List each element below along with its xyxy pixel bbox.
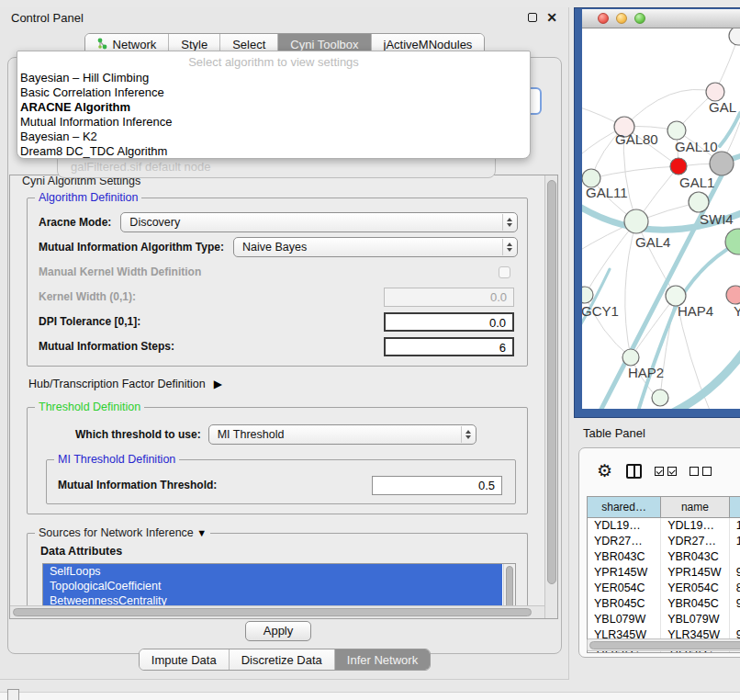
node-y-right[interactable] (726, 286, 740, 304)
float-window-icon[interactable] (528, 13, 537, 22)
aracne-mode-select[interactable]: Discovery (120, 212, 518, 232)
tab-impute-data[interactable]: Impute Data (140, 649, 230, 670)
aracne-mode-label: Aracne Mode: (39, 216, 111, 229)
mi-steps-field[interactable]: 6 (384, 337, 514, 356)
table-cell: YPR145W (661, 565, 729, 581)
settings-vertical-scrollbar-thumb[interactable] (547, 180, 556, 584)
algorithm-option[interactable]: Bayesian – Hill Climbing (17, 71, 530, 85)
footer-strip (0, 692, 740, 700)
mi-algorithm-type-select[interactable]: Naive Bayes (233, 237, 518, 257)
minimize-traffic-light-icon[interactable] (616, 13, 627, 24)
close-traffic-light-icon[interactable] (598, 13, 609, 24)
which-threshold-select[interactable]: MI Threshold (208, 424, 477, 445)
node-gcy1[interactable] (582, 287, 593, 303)
mi-threshold-group: MI Threshold Definition Mutual Informati… (46, 459, 516, 504)
table-row[interactable]: YBR043CYBR043C (588, 549, 740, 565)
node-gal-right[interactable] (706, 83, 724, 101)
table-panel: ⚙ shared…nameA YDL19…YDL19…13YDR27…YDR27… (578, 447, 740, 658)
mi-threshold-field[interactable]: 0.5 (372, 476, 502, 495)
gear-icon[interactable]: ⚙ (597, 462, 612, 480)
algorithm-option[interactable]: Mutual Information Inference (17, 115, 530, 130)
node-y-right-label: Y (734, 303, 740, 319)
algorithm-definition-group: Algorithm Definition Aracne Mode: Discov… (27, 198, 528, 367)
node-gal1[interactable] (670, 158, 687, 175)
mi-threshold-group-title: MI Threshold Definition (54, 453, 179, 466)
network-window-titlebar (582, 9, 740, 28)
network-view-window: GALGAL80GAL10GAL1GAL11SWI4GAL4GCY1HAP4YH… (574, 7, 740, 418)
node-hap2[interactable] (622, 349, 639, 366)
table-cell: YER054C (661, 581, 729, 596)
mi-threshold-label: Mutual Information Threshold: (58, 479, 217, 491)
table-cell (730, 612, 740, 627)
settings-horizontal-scrollbar[interactable] (10, 605, 544, 618)
stepper-icon[interactable] (502, 214, 516, 231)
tab-infer-network[interactable]: Infer Network (335, 649, 430, 670)
node-gal1-label: GAL1 (679, 175, 714, 190)
table-cell: 8. (730, 581, 740, 596)
select-all-checkboxes-icon[interactable] (655, 467, 677, 476)
tab-label: Infer Network (347, 653, 418, 667)
table-cell: YBR043C (588, 549, 661, 565)
table-row[interactable]: YDR27…YDR27…12 (588, 534, 740, 549)
algorithm-option[interactable]: Dream8 DC_TDC Algorithm (17, 144, 530, 159)
tab-label: Discretize Data (241, 653, 322, 667)
stepper-icon[interactable] (461, 426, 475, 443)
manual-kernel-width-label: Manual Kernel Width Definition (39, 265, 201, 278)
dpi-tolerance-field[interactable]: 0.0 (384, 312, 514, 332)
algorithm-option[interactable]: ARACNE Algorithm (17, 100, 530, 115)
table-row[interactable]: YBR045CYBR045C9. (588, 596, 740, 612)
expand-arrow-icon[interactable]: ▶ (214, 378, 222, 390)
algorithm-dropdown-placeholder: Select algorithm to view settings (17, 54, 530, 71)
collapse-arrow-icon[interactable]: ▼ (196, 527, 207, 538)
attribute-list-item[interactable]: SelfLoops (43, 564, 502, 579)
collapsed-panel-icon[interactable] (7, 689, 19, 700)
apply-button[interactable]: Apply (245, 621, 311, 641)
tab-discretize-data[interactable]: Discretize Data (230, 649, 335, 670)
table-horizontal-scrollbar-thumb[interactable] (589, 641, 740, 649)
algorithm-dropdown-popup: Select algorithm to view settings Bayesi… (17, 51, 531, 159)
attribute-list-item[interactable]: TopologicalCoefficient (43, 579, 502, 593)
zoom-traffic-light-icon[interactable] (634, 13, 645, 24)
table-cell: 9. (730, 596, 740, 612)
table-row[interactable]: YBL079WYBL079W (588, 612, 740, 627)
network-edge[interactable] (591, 166, 678, 178)
table-horizontal-scrollbar[interactable] (587, 638, 740, 651)
algorithm-option[interactable]: Bayesian – K2 (17, 130, 530, 144)
table-cell: YDR27… (661, 534, 729, 549)
table-row[interactable]: YDL19…YDL19…13 (588, 518, 740, 534)
table-row[interactable]: YER054CYER054C8. (588, 581, 740, 596)
node-top-partial[interactable] (729, 28, 740, 45)
columns-icon[interactable] (626, 464, 642, 479)
node-gray[interactable] (710, 152, 734, 175)
node-gal4-label: GAL4 (635, 234, 670, 250)
network-edge[interactable] (669, 352, 740, 409)
table-cell: YBL079W (588, 612, 661, 627)
settings-horizontal-scrollbar-thumb[interactable] (13, 608, 532, 616)
bottom-tab-bar: Impute DataDiscretize DataInfer Network (0, 649, 569, 671)
dpi-tolerance-label: DPI Tolerance [0,1]: (39, 315, 140, 328)
network-canvas[interactable]: GALGAL80GAL10GAL1GAL11SWI4GAL4GCY1HAP4YH… (582, 28, 740, 409)
column-header-shared[interactable]: shared… (588, 497, 661, 518)
node-swi4[interactable] (689, 192, 709, 212)
column-header-name[interactable]: name (661, 497, 729, 518)
node-gal4[interactable] (624, 209, 648, 233)
control-panel-title: Control Panel (11, 11, 84, 25)
table-cell: YDL19… (661, 518, 729, 534)
hub-definition-toggle[interactable]: Hub/Transcription Factor Definition ▶ (28, 378, 557, 390)
settings-vertical-scrollbar[interactable] (544, 175, 557, 618)
algorithm-option[interactable]: Basic Correlation Inference (17, 85, 530, 100)
node-gal10[interactable] (667, 121, 686, 140)
node-gal-right-label: GAL (709, 99, 736, 115)
column-header-A[interactable]: A (730, 497, 740, 518)
kernel-width-field: 0.0 (384, 288, 514, 307)
network-edge[interactable] (624, 89, 715, 127)
manual-kernel-width-checkbox[interactable] (499, 266, 510, 278)
deselect-all-checkboxes-icon[interactable] (690, 467, 712, 476)
table-cell: YDR27… (588, 534, 661, 549)
node-bottom[interactable] (652, 390, 668, 406)
control-panel-titlebar: Control Panel ✕ (0, 7, 568, 28)
table-row[interactable]: YPR145WYPR145W9. (588, 565, 740, 581)
stepper-icon[interactable] (502, 239, 516, 255)
tab-label: jActiveMNodules (384, 38, 473, 51)
close-icon[interactable]: ✕ (546, 13, 557, 22)
